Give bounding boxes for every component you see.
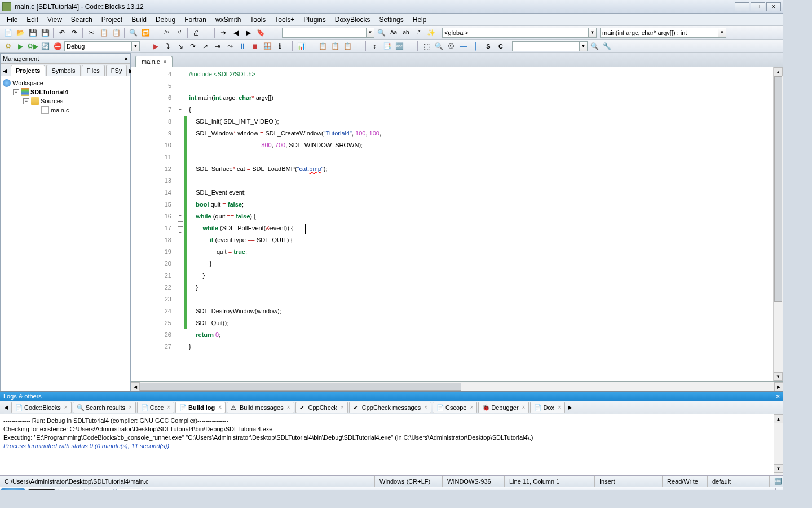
step-out-button[interactable]: ↗: [200, 41, 211, 52]
word-button[interactable]: ab: [400, 27, 412, 38]
misc3-button[interactable]: 📋: [342, 41, 353, 52]
taskbar-codeblocks[interactable]: [116, 489, 143, 491]
logs-tab-left[interactable]: ◀: [2, 404, 10, 410]
step-over-button[interactable]: ↷: [187, 41, 198, 52]
taskbar-media[interactable]: ▶: [58, 489, 85, 491]
menu-file[interactable]: File: [2, 15, 22, 25]
bookmark-next-button[interactable]: ▶: [242, 27, 254, 38]
mgmt-tab-files[interactable]: Files: [82, 65, 105, 76]
fold-toggle[interactable]: −: [178, 213, 183, 218]
misc5-button[interactable]: 📑: [381, 41, 392, 52]
goto-button[interactable]: ➜: [218, 27, 229, 38]
sources-expander[interactable]: −: [23, 98, 29, 104]
management-close-button[interactable]: ×: [125, 55, 128, 62]
show-desktop-button[interactable]: [775, 488, 780, 491]
doxy2-button[interactable]: */: [174, 27, 185, 38]
misc4-button[interactable]: ↕: [369, 41, 380, 52]
editor-hscroll[interactable]: ◀ ▶: [131, 382, 783, 391]
log-tab-close[interactable]: ×: [341, 404, 344, 410]
minimize-button[interactable]: ─: [735, 2, 749, 11]
search-go-button[interactable]: 🔍: [589, 41, 600, 52]
mgmt-tab-symbols[interactable]: Symbols: [46, 65, 80, 76]
fortran-button[interactable]: 📊: [295, 41, 307, 52]
taskbar-cmd[interactable]: ▭: [28, 489, 55, 491]
menu-tools[interactable]: Tools: [245, 15, 270, 25]
menu-settings[interactable]: Settings: [374, 15, 408, 25]
vscroll-up[interactable]: ▲: [774, 67, 783, 76]
abort-button[interactable]: ⛔: [52, 41, 63, 52]
log-tab-close[interactable]: ×: [167, 404, 170, 410]
log-tab-searchresults[interactable]: 🔍Search results×: [73, 402, 136, 413]
logs-tab-right[interactable]: ▶: [566, 404, 574, 410]
build-button[interactable]: ⚙: [2, 41, 14, 52]
log-tab-close[interactable]: ×: [424, 404, 427, 410]
sel-c-button[interactable]: C: [495, 41, 506, 52]
settings-button[interactable]: 🔧: [601, 41, 612, 52]
replace-button[interactable]: 🔁: [140, 27, 151, 38]
func-dropdown[interactable]: ▼: [600, 28, 726, 38]
run-button[interactable]: ▶: [15, 41, 26, 52]
hscroll-right[interactable]: ▶: [774, 382, 783, 391]
mgmt-tab-fsy[interactable]: FSy: [106, 65, 127, 76]
tree-project[interactable]: − SDLTutorial4: [3, 87, 128, 97]
next-instr-button[interactable]: ⇥: [212, 41, 223, 52]
mgmt-tab-scroll-left[interactable]: ◀: [1, 66, 10, 76]
log-tab-close[interactable]: ×: [129, 404, 132, 410]
misc6-button[interactable]: 🔤: [394, 41, 405, 52]
fold-toggle[interactable]: −: [178, 107, 183, 112]
log-tab-buildmessages[interactable]: ⚠Build messages×: [227, 402, 294, 413]
logs-vscroll-down[interactable]: ▼: [774, 464, 783, 473]
debug-info-button[interactable]: ℹ: [274, 41, 285, 52]
code-editor[interactable]: 4567891011121314151617181920212223242526…: [131, 67, 783, 382]
menu-search[interactable]: Search: [67, 15, 97, 25]
find-go-button[interactable]: 🔍: [376, 27, 387, 38]
bookmark-button[interactable]: 🔖: [255, 27, 266, 38]
fold-toggle[interactable]: −: [178, 221, 183, 227]
copy-button[interactable]: 📋: [98, 27, 109, 38]
select-button[interactable]: ⬚: [421, 41, 432, 52]
log-tab-buildlog[interactable]: 📄Build log×: [175, 402, 226, 413]
debug-windows-button[interactable]: 🪟: [262, 41, 273, 52]
menu-plugins[interactable]: Plugins: [299, 15, 330, 25]
misc1-button[interactable]: 📋: [317, 41, 328, 52]
build-target-arrow[interactable]: ▼: [132, 41, 140, 51]
find-button[interactable]: 🔍: [127, 27, 139, 38]
open-button[interactable]: 📂: [15, 27, 26, 38]
new-file-button[interactable]: 📄: [2, 27, 14, 38]
editor-tab-close[interactable]: ×: [163, 59, 166, 65]
sel-button[interactable]: Ⓢ: [445, 41, 457, 52]
menu-help[interactable]: Help: [408, 15, 431, 25]
extra-dropdown[interactable]: ▼: [512, 41, 588, 51]
menu-view[interactable]: View: [43, 15, 67, 25]
project-tree[interactable]: Workspace − SDLTutorial4 − Sources main.…: [1, 76, 130, 391]
find-dropdown-arrow[interactable]: ▼: [367, 28, 374, 38]
tray-clock[interactable]: 11:25 2016/1/3: [741, 489, 772, 491]
case-button[interactable]: Aa: [388, 27, 399, 38]
redo-button[interactable]: ↷: [69, 27, 80, 38]
menu-fortran[interactable]: Fortran: [180, 15, 211, 25]
cut-button[interactable]: ✂: [86, 27, 97, 38]
log-tab-cppcheck[interactable]: ✔CppCheck×: [295, 402, 348, 413]
undo-button[interactable]: ↶: [56, 27, 68, 38]
vscroll-down[interactable]: ▼: [774, 372, 783, 381]
fold-toggle[interactable]: −: [178, 230, 183, 235]
regex-button[interactable]: .*: [413, 27, 424, 38]
stop-debug-button[interactable]: ⏹: [249, 41, 261, 52]
debug-start-button[interactable]: ▶: [150, 41, 161, 52]
log-tab-cppcheckmessages[interactable]: ✔CppCheck messages×: [349, 402, 431, 413]
build-log-content[interactable]: ------------- Run: Debug in SDLTutorial4…: [0, 414, 774, 475]
extra-arrow[interactable]: ▼: [580, 41, 588, 51]
hscroll-thumb[interactable]: [140, 383, 461, 391]
highlight-button[interactable]: ✨: [425, 27, 436, 38]
func-input[interactable]: [600, 28, 718, 38]
func-arrow[interactable]: ▼: [718, 28, 726, 38]
line-button[interactable]: —: [458, 41, 469, 52]
vscroll-thumb[interactable]: [774, 76, 782, 302]
log-tab-dox[interactable]: 📄Dox×: [530, 402, 564, 413]
taskbar-explorer[interactable]: 🗂: [87, 489, 114, 491]
tree-workspace[interactable]: Workspace: [3, 78, 128, 87]
misc2-button[interactable]: 📋: [329, 41, 341, 52]
build-run-button[interactable]: ⚙▶: [27, 41, 38, 52]
menu-edit[interactable]: Edit: [22, 15, 43, 25]
log-tab-close[interactable]: ×: [64, 404, 68, 410]
